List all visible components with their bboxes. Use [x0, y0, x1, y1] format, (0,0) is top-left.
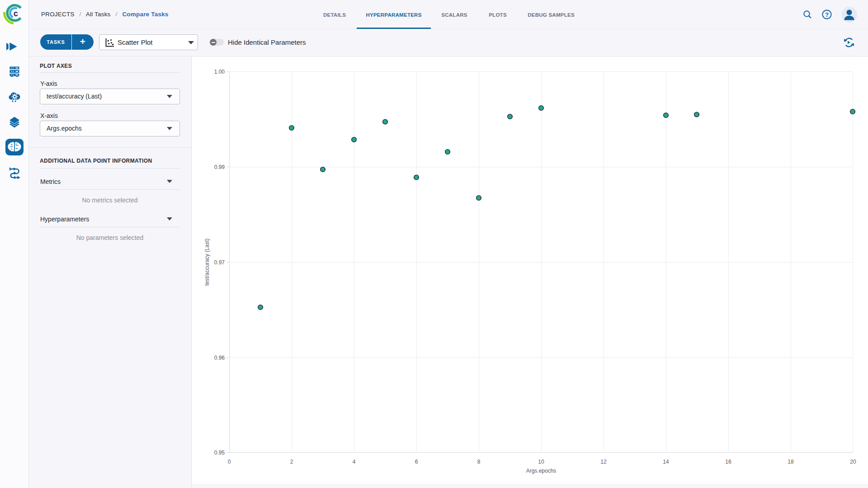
svg-text:12: 12: [600, 459, 607, 465]
svg-text:2: 2: [290, 459, 293, 465]
svg-text:18: 18: [788, 459, 794, 465]
svg-text:14: 14: [663, 459, 669, 465]
svg-text:c: c: [14, 9, 18, 18]
svg-text:0.95: 0.95: [214, 450, 225, 456]
svg-text:test/accuracy (Last): test/accuracy (Last): [204, 239, 210, 286]
svg-text:0: 0: [228, 459, 231, 465]
svg-text:0.99: 0.99: [214, 164, 225, 170]
svg-text:20: 20: [850, 459, 856, 465]
svg-text:10: 10: [538, 459, 544, 465]
svg-text:0.96: 0.96: [214, 355, 225, 361]
svg-text:0.97: 0.97: [214, 259, 225, 266]
svg-text:16: 16: [725, 459, 731, 465]
svg-text:6: 6: [415, 459, 418, 465]
svg-text:Args.epochs: Args.epochs: [526, 468, 557, 474]
svg-text:?: ?: [825, 11, 829, 18]
svg-text:1.00: 1.00: [214, 69, 225, 75]
svg-text:4: 4: [353, 459, 356, 465]
svg-text:8: 8: [477, 459, 481, 465]
